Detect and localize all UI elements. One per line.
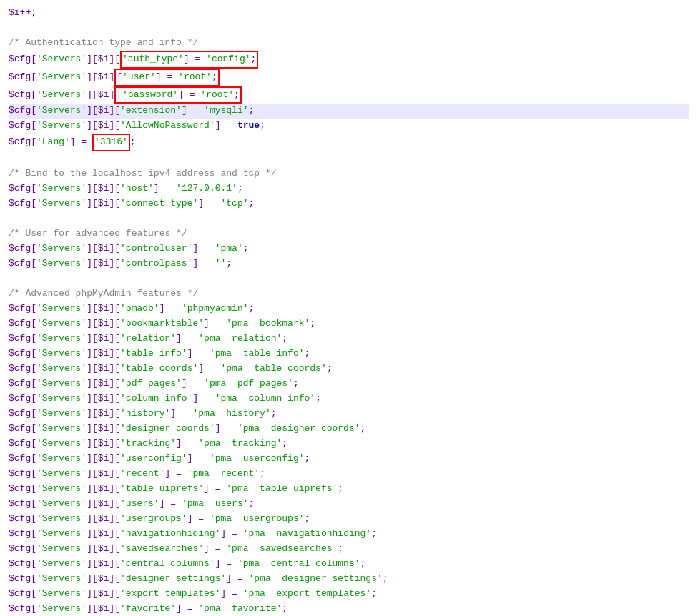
- code-text: 'Servers': [36, 602, 87, 616]
- code-text: 'pma__favorite': [198, 602, 282, 616]
- code-text: [: [117, 89, 122, 100]
- code-text: $cfg[: [9, 52, 36, 67]
- code-text: ] =: [198, 362, 220, 377]
- code-line: $cfg['Servers'][$i]['favorite'] = 'pma__…: [9, 602, 689, 616]
- code-text: 'Servers': [36, 587, 87, 602]
- code-text: ][$i]: [87, 88, 114, 103]
- comment-text: /* Advanced phpMyAdmin features */: [9, 287, 198, 302]
- code-text: 'designer_settings': [120, 572, 226, 587]
- code-text: 'history': [120, 407, 170, 422]
- code-line: $cfg['Servers'][$i]['pmadb'] = 'phpmyadm…: [9, 302, 689, 317]
- code-text: $cfg[: [9, 467, 36, 482]
- code-text: 'user': [122, 71, 156, 82]
- code-text: ][$i][: [87, 302, 120, 317]
- code-text: 'pma__relation': [198, 332, 282, 347]
- code-text: ] =: [156, 71, 178, 82]
- code-text: ] =: [184, 54, 206, 64]
- redbox-highlight: '3316': [92, 134, 130, 151]
- code-text: ][$i][: [87, 542, 120, 557]
- code-line: $cfg['Servers'][$i]['controlpass'] = '';: [9, 257, 689, 272]
- code-text: 'Servers': [36, 407, 87, 422]
- code-text: $cfg[: [9, 407, 36, 422]
- code-text: $cfg[: [9, 88, 36, 103]
- code-text: $cfg[: [9, 452, 36, 467]
- code-container: $i++; /* Authentication type and info */…: [0, 0, 698, 616]
- code-text: 'pma__userconfig': [210, 452, 305, 467]
- code-text: 'export_templates': [120, 587, 220, 602]
- code-text: ][$i][: [87, 182, 120, 197]
- code-text: 'Servers': [36, 317, 87, 332]
- code-line: $cfg['Servers'][$i]['relation'] = 'pma__…: [9, 332, 689, 347]
- code-text: ][$i][: [87, 104, 120, 119]
- code-text: 'connect_type': [120, 197, 198, 212]
- code-text: ][$i][: [87, 512, 120, 527]
- code-text: ][$i][: [87, 482, 120, 497]
- code-text: 'controluser': [120, 242, 192, 257]
- code-text: ] =: [198, 197, 220, 212]
- code-text: 'Servers': [36, 572, 87, 587]
- code-line: $cfg['Servers'][$i]['table_info'] = 'pma…: [9, 347, 689, 362]
- code-text: ;: [249, 302, 255, 317]
- code-line: $cfg['Servers'][$i]['host'] = '127.0.0.1…: [9, 182, 689, 197]
- code-text: $cfg[: [9, 527, 36, 542]
- code-text: ] =: [215, 119, 237, 134]
- code-text: ] =: [215, 422, 237, 437]
- code-text: [: [117, 71, 122, 82]
- code-text: 'Servers': [36, 497, 87, 512]
- code-text: ] =: [192, 257, 215, 272]
- code-line: $cfg['Servers'][$i]['usergroups'] = 'pma…: [9, 512, 689, 527]
- code-text: ;: [212, 71, 217, 82]
- code-text: ;: [251, 54, 257, 64]
- code-text: ] =: [159, 497, 182, 512]
- code-text: 'Servers': [36, 119, 87, 134]
- code-text: 'root': [178, 71, 212, 82]
- code-text: $cfg[: [9, 377, 36, 392]
- code-text: ] =: [187, 452, 210, 467]
- code-text: $cfg[: [9, 587, 36, 602]
- code-text: ;: [338, 482, 343, 497]
- code-text: 'tcp': [220, 197, 248, 212]
- code-text: ] =: [204, 542, 226, 557]
- code-text: ] =: [204, 317, 226, 332]
- code-text: $cfg[: [9, 347, 36, 362]
- code-text: 'pma__tracking': [198, 437, 282, 452]
- code-text: 'pma__history': [192, 407, 270, 422]
- redbox-highlight: ['user'] = 'root';: [114, 69, 219, 86]
- code-text: 'pma__table_info': [210, 347, 305, 362]
- code-line: $cfg['Servers'][$i]['history'] = 'pma__h…: [9, 407, 689, 422]
- code-text: ] =: [170, 407, 192, 422]
- code-text: ;: [327, 362, 333, 377]
- code-text: $cfg[: [9, 197, 36, 212]
- code-text: $cfg[: [9, 602, 36, 616]
- code-text: 'Servers': [36, 482, 87, 497]
- code-line: $cfg['Servers'][$i]['savedsearches'] = '…: [9, 542, 689, 557]
- code-line: $cfg['Servers'][$i]['auth_type'] = 'conf…: [9, 51, 689, 69]
- code-text: $cfg[: [9, 512, 36, 527]
- code-text: ;: [360, 422, 366, 437]
- code-text: ][$i][: [87, 452, 120, 467]
- code-text: ;: [249, 197, 255, 212]
- code-text: ][$i][: [87, 392, 120, 407]
- code-text: 'table_uiprefs': [120, 482, 204, 497]
- code-text: 'column_info': [120, 392, 192, 407]
- code-line: $cfg['Servers'][$i]['userconfig'] = 'pma…: [9, 452, 689, 467]
- code-text: $cfg[: [9, 257, 36, 272]
- code-text: 'host': [120, 182, 154, 197]
- code-text: 'Servers': [36, 467, 87, 482]
- code-line: $cfg['Servers'][$i]['navigationhiding'] …: [9, 527, 689, 542]
- code-text: ;: [293, 377, 299, 392]
- code-text: $cfg[: [9, 332, 36, 347]
- code-line: $cfg['Servers'][$i]['connect_type'] = 't…: [9, 197, 689, 212]
- code-text: 'recent': [120, 467, 164, 482]
- code-text: ][$i][: [87, 242, 120, 257]
- code-text: 'pma__bookmark': [226, 317, 310, 332]
- code-text: 'Servers': [36, 422, 87, 437]
- code-line: /* Bind to the localhost ipv4 address an…: [9, 167, 689, 182]
- code-text: $cfg[: [9, 302, 36, 317]
- code-line: /* Advanced phpMyAdmin features */: [9, 287, 689, 302]
- code-text: ][$i][: [87, 52, 120, 67]
- code-text: ;: [234, 89, 240, 100]
- code-line: $cfg['Servers'][$i]['controluser'] = 'pm…: [9, 242, 689, 257]
- code-text: 'pma__users': [182, 497, 249, 512]
- code-text: ] =: [70, 135, 92, 150]
